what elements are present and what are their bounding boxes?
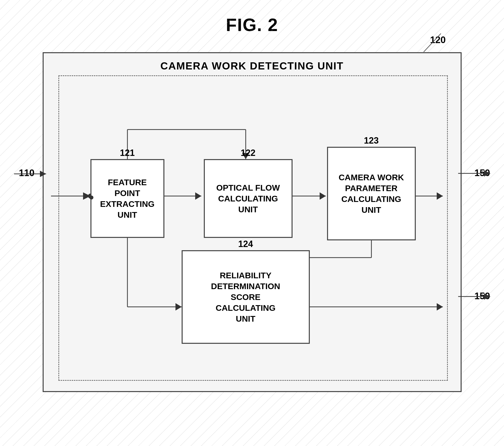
output-150-bottom-arrow — [456, 292, 495, 301]
outer-unit-label: CAMERA WORK DETECTING UNIT — [161, 60, 343, 72]
ref-122: 122 — [241, 148, 255, 158]
ref-123: 123 — [364, 136, 378, 146]
ref-124: 124 — [238, 239, 253, 249]
svg-line-0 — [424, 34, 441, 52]
ref-121: 121 — [120, 148, 135, 158]
block-121-text: FEATUREPOINTEXTRACTINGUNIT — [100, 177, 155, 221]
block-123-text: CAMERA WORKPARAMETERCALCULATINGUNIT — [339, 172, 404, 216]
ref-120-line — [416, 34, 446, 53]
camera-work-parameter-calculating-unit-block: 123 CAMERA WORKPARAMETERCALCULATINGUNIT — [327, 147, 416, 240]
block-122-text: OPTICAL FLOWCALCULATINGUNIT — [216, 182, 280, 215]
feature-point-extracting-unit-block: 121 FEATUREPOINTEXTRACTINGUNIT — [90, 159, 164, 238]
output-150-top-arrow — [456, 169, 495, 178]
optical-flow-calculating-unit-block: 122 OPTICAL FLOWCALCULATINGUNIT — [204, 159, 292, 238]
junction-dot-121 — [90, 196, 93, 200]
reliability-determination-score-calculating-unit-block: 124 RELIABILITYDETERMINATIONSCORECALCULA… — [182, 250, 310, 344]
svg-marker-28 — [484, 293, 490, 300]
page: FIG. 2 120 CAMERA WORK DETECTING UNIT — [0, 0, 504, 446]
svg-marker-26 — [484, 170, 490, 177]
svg-marker-24 — [40, 171, 46, 177]
figure-title: FIG. 2 — [226, 15, 278, 35]
camera-work-detecting-unit-box: 120 CAMERA WORK DETECTING UNIT — [43, 52, 462, 392]
block-124-text: RELIABILITYDETERMINATIONSCORECALCULATING… — [211, 270, 280, 324]
input-110-arrow — [14, 169, 54, 179]
